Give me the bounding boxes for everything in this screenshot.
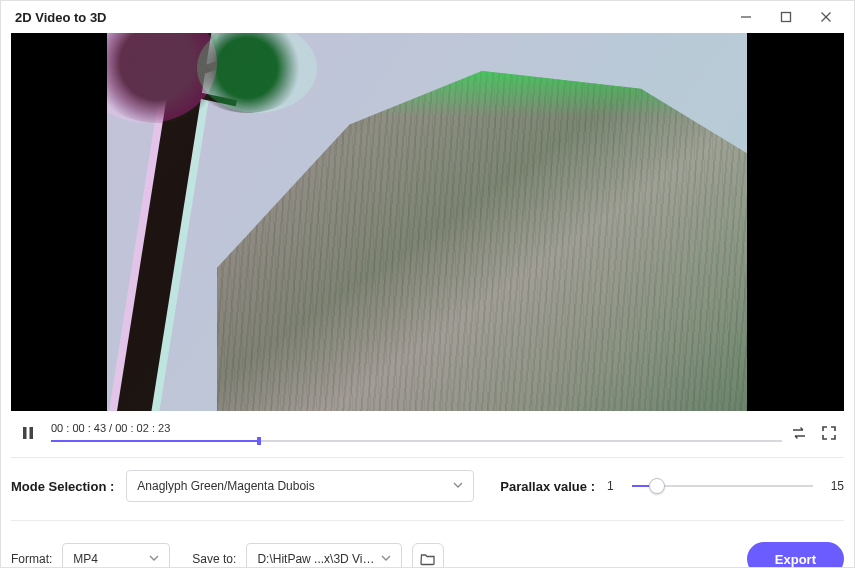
- time-current: 00 : 00 : 43: [51, 422, 106, 434]
- chevron-down-icon: [149, 552, 159, 566]
- parallax-min: 1: [607, 479, 614, 493]
- svg-rect-4: [23, 427, 27, 439]
- saveto-path: D:\HitPaw ...x\3D Video: [257, 552, 377, 566]
- chevron-down-icon: [453, 479, 463, 493]
- parallax-max: 15: [831, 479, 844, 493]
- pause-button[interactable]: [11, 425, 45, 441]
- format-selected-value: MP4: [73, 552, 98, 566]
- saveto-label: Save to:: [192, 552, 236, 566]
- mode-label: Mode Selection :: [11, 479, 114, 494]
- mode-select[interactable]: Anaglyph Green/Magenta Dubois: [126, 470, 474, 502]
- svg-rect-1: [782, 13, 791, 22]
- close-button[interactable]: [806, 1, 846, 33]
- saveto-select[interactable]: D:\HitPaw ...x\3D Video: [246, 543, 402, 568]
- seek-bar[interactable]: [51, 438, 782, 444]
- video-frame: [107, 33, 747, 411]
- maximize-button[interactable]: [766, 1, 806, 33]
- parallax-slider[interactable]: [632, 476, 813, 496]
- export-row: Format: MP4 Save to: D:\HitPaw ...x\3D V…: [11, 539, 844, 568]
- minimize-button[interactable]: [726, 1, 766, 33]
- window-title: 2D Video to 3D: [15, 10, 107, 25]
- open-folder-button[interactable]: [412, 543, 444, 568]
- format-label: Format:: [11, 552, 52, 566]
- video-preview[interactable]: [11, 33, 844, 411]
- svg-rect-5: [30, 427, 34, 439]
- divider: [11, 457, 844, 458]
- chevron-down-icon: [381, 552, 391, 566]
- time-display: 00 : 00 : 43 / 00 : 02 : 23: [51, 422, 782, 434]
- mode-row: Mode Selection : Anaglyph Green/Magenta …: [11, 468, 844, 504]
- divider: [11, 520, 844, 521]
- format-select[interactable]: MP4: [62, 543, 170, 568]
- playback-controls: 00 : 00 : 43 / 00 : 02 : 23: [11, 411, 844, 451]
- swap-icon[interactable]: [784, 425, 814, 441]
- fullscreen-icon[interactable]: [814, 425, 844, 441]
- mode-selected-value: Anaglyph Green/Magenta Dubois: [137, 479, 314, 493]
- titlebar: 2D Video to 3D: [1, 1, 854, 33]
- export-button[interactable]: Export: [747, 542, 844, 568]
- parallax-label: Parallax value :: [500, 479, 595, 494]
- time-total: 00 : 02 : 23: [115, 422, 170, 434]
